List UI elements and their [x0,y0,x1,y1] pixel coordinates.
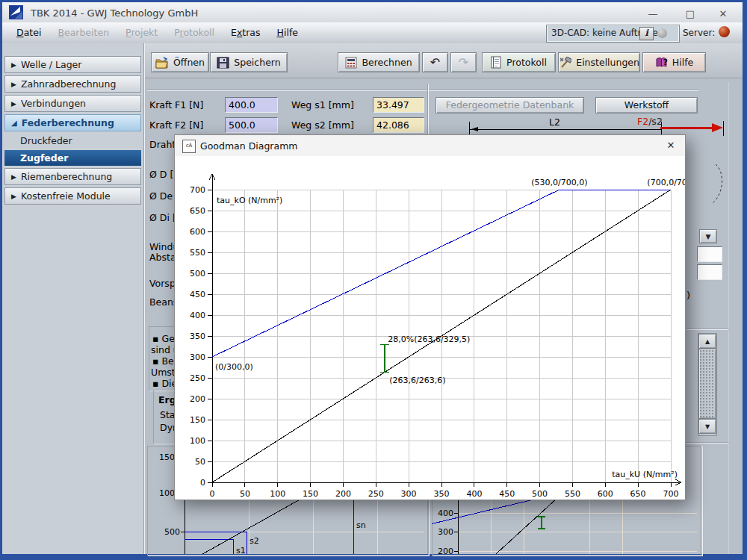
svg-text:250: 250 [190,373,205,383]
dropdown-button[interactable]: ▼ [699,229,717,243]
travel-s2-label: Weg s2 [mm] [291,119,354,131]
sidebar-item-welle-lager[interactable]: ▶Welle / Lager [4,56,141,73]
menu-bearbeiten[interactable]: Bearbeiten [49,22,117,43]
svg-text:(530,0/700,0): (530,0/700,0) [531,178,587,187]
scrollbar-down-button[interactable]: ▼ [698,419,716,434]
field-fragment-1[interactable] [697,246,722,262]
collapse-arrow-icon: ▶ [11,81,16,88]
force-arrow-head-icon [712,123,723,132]
calculator-icon [345,57,357,69]
open-button[interactable]: Öffnen [151,52,209,72]
sidebar-item-label: Welle / Lager [21,59,82,70]
force-arrow-line [660,127,714,129]
spring-geometry-database-button[interactable]: Federgeometrie Datenbank [436,97,584,113]
svg-text:350: 350 [434,489,450,499]
svg-text:sn: sn [356,520,366,530]
sidebar-item-federberechnung[interactable]: ◢Federberechnung [4,114,141,131]
svg-text:650: 650 [630,489,646,499]
svg-text:550: 550 [190,248,205,258]
menu-protokoll[interactable]: Protokoll [166,22,223,43]
menu-projekt[interactable]: Projekt [117,22,166,43]
dimension-line [469,129,662,130]
menu-extras[interactable]: Extras [223,22,269,43]
undo-button[interactable]: ↶ [422,52,448,72]
help-button-label: Hilfe [672,57,693,68]
sidebar-item-label: Federberechnung [22,117,114,128]
help-button[interactable]: ? Hilfe [642,52,706,72]
svg-text:0: 0 [200,478,205,488]
server-label: Server: [683,28,715,38]
sidebar-splitter [143,43,145,554]
svg-text:200: 200 [190,394,205,404]
svg-text:700: 700 [190,185,205,195]
app-logo-icon [9,5,23,19]
force-label-s2: /s2 [648,116,663,127]
minimize-button[interactable]: — [643,7,663,22]
scrollbar-thumb[interactable] [698,349,716,419]
sidebar-item-label: Zugfeder [20,152,68,164]
calculate-button-label: Berechnen [362,57,412,68]
svg-text:400: 400 [190,311,205,320]
settings-button[interactable]: Einstellungen [558,52,640,72]
force-f1-input[interactable] [225,97,278,113]
sidebar-item-label: Riemenberechnung [21,171,112,182]
sidebar-item-kostenfreie-module[interactable]: ▶Kostenfreie Module [4,187,141,205]
sidebar-item-zugfeder[interactable]: Zugfeder [4,150,141,166]
scrollbar[interactable]: ▲ ▼ [698,333,717,436]
svg-text:s2: s2 [249,536,259,546]
protocol-button-label: Protokoll [506,57,547,68]
cad-status-box: 3D-CAD: keine Aufträge i [546,25,680,43]
sidebar-item-druckfeder[interactable]: Druckfeder [4,133,141,149]
field-fragment-2[interactable] [697,264,722,280]
settings-button-label: Einstellungen [576,57,639,68]
svg-text:200: 200 [335,489,351,499]
scrollbar-up-button[interactable]: ▲ [698,334,716,349]
menu-datei[interactable]: Datei [8,22,49,43]
svg-text:300: 300 [190,352,205,362]
sidebar-item-zahnradberechnung[interactable]: ▶Zahnradberechnung [4,75,141,93]
svg-text:650: 650 [190,206,205,216]
save-button[interactable]: Speichern [210,52,288,72]
calculate-button[interactable]: Berechnen [338,52,420,72]
dimension-arrow-left-icon [471,127,478,131]
svg-text:600: 600 [598,489,613,499]
redo-button[interactable]: ↷ [450,52,477,72]
svg-text:200: 200 [438,547,453,554]
dialog-title-bar[interactable]: cA Goodman Diagramm ✕ [175,135,685,156]
save-button-label: Speichern [234,57,280,68]
sidebar: ▶Welle / Lager▶Zahnradberechnung▶Verbind… [2,43,143,554]
maximize-button[interactable]: □ [681,7,700,22]
svg-text:250: 250 [368,489,384,499]
protocol-button[interactable]: Protokoll [482,52,556,72]
sidebar-item-riemenberechnung[interactable]: ▶Riemenberechnung [4,168,141,185]
groove-fragment-1 [686,329,728,330]
svg-text:0: 0 [210,489,215,499]
dialog-close-button[interactable]: ✕ [662,137,680,154]
travel-s2-output: 42.086 [373,117,424,133]
help-book-icon: ? [655,57,668,68]
expand-arrow-icon: ◢ [11,119,17,127]
svg-text:500: 500 [532,489,548,499]
svg-text:100: 100 [190,436,205,446]
close-button[interactable]: ✕ [713,7,733,22]
goodman-chart-embedded: 400300200 [432,499,702,554]
info-button[interactable]: i [639,27,654,40]
travel-s1-output: 33.497 [373,97,424,113]
svg-text:400: 400 [466,489,482,499]
cad-status-indicator [657,28,667,38]
svg-text:300: 300 [401,489,417,499]
force-f2-input[interactable] [225,117,278,133]
force-f2-label: Kraft F2 [N] [149,119,203,131]
sidebar-item-verbindungen[interactable]: ▶Verbindungen [4,95,141,112]
label-fragment: ▪ Bei [152,355,176,367]
svg-text:?: ? [663,57,667,67]
collapse-arrow-icon: ▶ [11,173,16,181]
svg-text:s1: s1 [236,546,246,554]
protocol-document-icon [491,56,502,69]
material-button[interactable]: Werkstoff [595,97,698,113]
travel-s1-label: Weg s1 [mm] [291,99,354,111]
svg-text:350: 350 [190,332,205,341]
menu-hilfe[interactable]: Hilfe [269,22,306,43]
svg-text:450: 450 [190,290,205,299]
window-title: TBK 2014 - GWJ Technology GmbH [31,7,198,19]
